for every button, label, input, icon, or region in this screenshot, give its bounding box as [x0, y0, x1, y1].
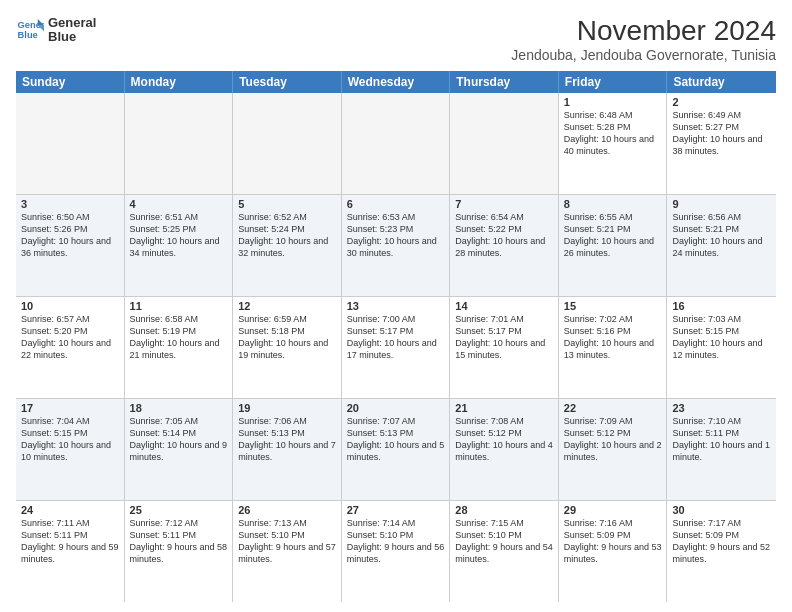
main-title: November 2024 [511, 16, 776, 47]
day-info: Sunrise: 7:04 AM Sunset: 5:15 PM Dayligh… [21, 415, 119, 464]
day-info: Sunrise: 6:51 AM Sunset: 5:25 PM Dayligh… [130, 211, 228, 260]
day-info: Sunrise: 7:00 AM Sunset: 5:17 PM Dayligh… [347, 313, 445, 362]
day-cell-17: 17Sunrise: 7:04 AM Sunset: 5:15 PM Dayli… [16, 399, 125, 500]
day-number: 8 [564, 198, 662, 210]
day-cell-13: 13Sunrise: 7:00 AM Sunset: 5:17 PM Dayli… [342, 297, 451, 398]
day-info: Sunrise: 7:08 AM Sunset: 5:12 PM Dayligh… [455, 415, 553, 464]
day-cell-22: 22Sunrise: 7:09 AM Sunset: 5:12 PM Dayli… [559, 399, 668, 500]
day-number: 21 [455, 402, 553, 414]
day-number: 30 [672, 504, 771, 516]
day-number: 9 [672, 198, 771, 210]
day-number: 1 [564, 96, 662, 108]
day-info: Sunrise: 7:12 AM Sunset: 5:11 PM Dayligh… [130, 517, 228, 566]
logo-icon: General Blue [16, 16, 44, 44]
calendar-row-2: 10Sunrise: 6:57 AM Sunset: 5:20 PM Dayli… [16, 297, 776, 399]
day-number: 13 [347, 300, 445, 312]
day-info: Sunrise: 6:48 AM Sunset: 5:28 PM Dayligh… [564, 109, 662, 158]
day-number: 5 [238, 198, 336, 210]
logo: General Blue General Blue [16, 16, 96, 45]
day-number: 20 [347, 402, 445, 414]
day-cell-21: 21Sunrise: 7:08 AM Sunset: 5:12 PM Dayli… [450, 399, 559, 500]
day-cell-15: 15Sunrise: 7:02 AM Sunset: 5:16 PM Dayli… [559, 297, 668, 398]
calendar-row-4: 24Sunrise: 7:11 AM Sunset: 5:11 PM Dayli… [16, 501, 776, 602]
logo-text-line2: Blue [48, 30, 96, 44]
day-info: Sunrise: 7:05 AM Sunset: 5:14 PM Dayligh… [130, 415, 228, 464]
header-tuesday: Tuesday [233, 71, 342, 93]
day-cell-23: 23Sunrise: 7:10 AM Sunset: 5:11 PM Dayli… [667, 399, 776, 500]
page: General Blue General Blue November 2024 … [0, 0, 792, 612]
day-info: Sunrise: 7:17 AM Sunset: 5:09 PM Dayligh… [672, 517, 771, 566]
day-cell-1: 1Sunrise: 6:48 AM Sunset: 5:28 PM Daylig… [559, 93, 668, 194]
empty-cell [16, 93, 125, 194]
calendar-row-1: 3Sunrise: 6:50 AM Sunset: 5:26 PM Daylig… [16, 195, 776, 297]
header-monday: Monday [125, 71, 234, 93]
day-info: Sunrise: 7:06 AM Sunset: 5:13 PM Dayligh… [238, 415, 336, 464]
day-number: 10 [21, 300, 119, 312]
day-info: Sunrise: 6:52 AM Sunset: 5:24 PM Dayligh… [238, 211, 336, 260]
header-saturday: Saturday [667, 71, 776, 93]
day-number: 12 [238, 300, 336, 312]
day-info: Sunrise: 6:56 AM Sunset: 5:21 PM Dayligh… [672, 211, 771, 260]
day-number: 3 [21, 198, 119, 210]
subtitle: Jendouba, Jendouba Governorate, Tunisia [511, 47, 776, 63]
header-sunday: Sunday [16, 71, 125, 93]
day-cell-19: 19Sunrise: 7:06 AM Sunset: 5:13 PM Dayli… [233, 399, 342, 500]
day-info: Sunrise: 7:14 AM Sunset: 5:10 PM Dayligh… [347, 517, 445, 566]
day-info: Sunrise: 7:10 AM Sunset: 5:11 PM Dayligh… [672, 415, 771, 464]
day-number: 17 [21, 402, 119, 414]
day-cell-5: 5Sunrise: 6:52 AM Sunset: 5:24 PM Daylig… [233, 195, 342, 296]
header-wednesday: Wednesday [342, 71, 451, 93]
day-info: Sunrise: 7:02 AM Sunset: 5:16 PM Dayligh… [564, 313, 662, 362]
day-info: Sunrise: 6:58 AM Sunset: 5:19 PM Dayligh… [130, 313, 228, 362]
day-number: 6 [347, 198, 445, 210]
day-number: 22 [564, 402, 662, 414]
day-info: Sunrise: 7:13 AM Sunset: 5:10 PM Dayligh… [238, 517, 336, 566]
day-cell-27: 27Sunrise: 7:14 AM Sunset: 5:10 PM Dayli… [342, 501, 451, 602]
day-info: Sunrise: 6:50 AM Sunset: 5:26 PM Dayligh… [21, 211, 119, 260]
day-cell-26: 26Sunrise: 7:13 AM Sunset: 5:10 PM Dayli… [233, 501, 342, 602]
day-info: Sunrise: 6:59 AM Sunset: 5:18 PM Dayligh… [238, 313, 336, 362]
day-number: 7 [455, 198, 553, 210]
day-info: Sunrise: 7:15 AM Sunset: 5:10 PM Dayligh… [455, 517, 553, 566]
day-cell-10: 10Sunrise: 6:57 AM Sunset: 5:20 PM Dayli… [16, 297, 125, 398]
day-cell-16: 16Sunrise: 7:03 AM Sunset: 5:15 PM Dayli… [667, 297, 776, 398]
day-number: 28 [455, 504, 553, 516]
logo-text-line1: General [48, 16, 96, 30]
day-cell-3: 3Sunrise: 6:50 AM Sunset: 5:26 PM Daylig… [16, 195, 125, 296]
day-cell-30: 30Sunrise: 7:17 AM Sunset: 5:09 PM Dayli… [667, 501, 776, 602]
calendar-body: 1Sunrise: 6:48 AM Sunset: 5:28 PM Daylig… [16, 93, 776, 602]
day-cell-6: 6Sunrise: 6:53 AM Sunset: 5:23 PM Daylig… [342, 195, 451, 296]
day-cell-8: 8Sunrise: 6:55 AM Sunset: 5:21 PM Daylig… [559, 195, 668, 296]
day-cell-11: 11Sunrise: 6:58 AM Sunset: 5:19 PM Dayli… [125, 297, 234, 398]
day-cell-4: 4Sunrise: 6:51 AM Sunset: 5:25 PM Daylig… [125, 195, 234, 296]
day-number: 26 [238, 504, 336, 516]
day-info: Sunrise: 6:53 AM Sunset: 5:23 PM Dayligh… [347, 211, 445, 260]
day-number: 14 [455, 300, 553, 312]
empty-cell [342, 93, 451, 194]
day-cell-14: 14Sunrise: 7:01 AM Sunset: 5:17 PM Dayli… [450, 297, 559, 398]
empty-cell [233, 93, 342, 194]
day-number: 19 [238, 402, 336, 414]
day-number: 27 [347, 504, 445, 516]
day-info: Sunrise: 7:07 AM Sunset: 5:13 PM Dayligh… [347, 415, 445, 464]
day-info: Sunrise: 6:49 AM Sunset: 5:27 PM Dayligh… [672, 109, 771, 158]
title-area: November 2024 Jendouba, Jendouba Governo… [511, 16, 776, 63]
day-cell-20: 20Sunrise: 7:07 AM Sunset: 5:13 PM Dayli… [342, 399, 451, 500]
day-number: 29 [564, 504, 662, 516]
day-number: 15 [564, 300, 662, 312]
day-cell-28: 28Sunrise: 7:15 AM Sunset: 5:10 PM Dayli… [450, 501, 559, 602]
day-number: 18 [130, 402, 228, 414]
day-number: 24 [21, 504, 119, 516]
day-cell-24: 24Sunrise: 7:11 AM Sunset: 5:11 PM Dayli… [16, 501, 125, 602]
day-cell-18: 18Sunrise: 7:05 AM Sunset: 5:14 PM Dayli… [125, 399, 234, 500]
day-number: 4 [130, 198, 228, 210]
day-info: Sunrise: 6:57 AM Sunset: 5:20 PM Dayligh… [21, 313, 119, 362]
svg-text:Blue: Blue [18, 30, 38, 40]
day-cell-25: 25Sunrise: 7:12 AM Sunset: 5:11 PM Dayli… [125, 501, 234, 602]
calendar-row-0: 1Sunrise: 6:48 AM Sunset: 5:28 PM Daylig… [16, 93, 776, 195]
calendar-header: Sunday Monday Tuesday Wednesday Thursday… [16, 71, 776, 93]
day-number: 11 [130, 300, 228, 312]
empty-cell [450, 93, 559, 194]
day-info: Sunrise: 6:55 AM Sunset: 5:21 PM Dayligh… [564, 211, 662, 260]
day-cell-7: 7Sunrise: 6:54 AM Sunset: 5:22 PM Daylig… [450, 195, 559, 296]
